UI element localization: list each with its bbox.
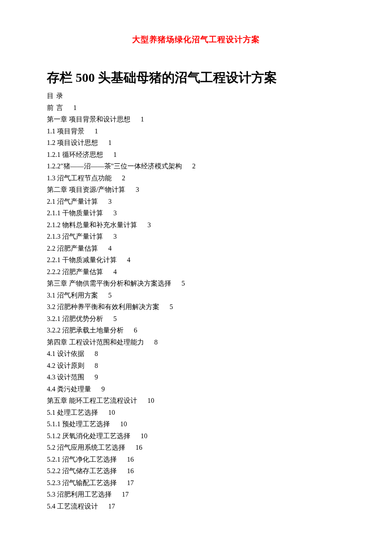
toc-entry: 3.2 沼肥种养平衡和有效利用解决方案5 [47, 301, 345, 313]
toc-entry-label: 2.1.2 物料总量和补充水量计算 [47, 221, 137, 228]
toc-entry-page: 3 [108, 198, 112, 205]
toc-entry-page: 17 [108, 503, 115, 510]
main-title: 存栏 500 头基础母猪的沼气工程设计方案 [47, 69, 345, 87]
toc-entry-label: 1.2.2"猪——沼——茶"三位一体经济模式架构 [47, 162, 182, 170]
toc-entry: 2.1.1 干物质量计算3 [47, 207, 345, 219]
toc-entry-page: 5 [170, 303, 173, 310]
toc-entry-label: 言 [56, 104, 63, 111]
toc-entry: 1.1 项目背景1 [47, 125, 345, 137]
toc-entry-page: 2 [122, 174, 125, 182]
toc-entry-label: 5.4 工艺流程设计 [47, 503, 98, 510]
toc-entry-label: 1.1 项目背景 [47, 127, 84, 135]
toc-entry-label: 2.1.3 沼气产量计算 [47, 233, 103, 240]
toc-entry-label: 2.1 沼气产量计算 [47, 198, 98, 205]
toc-entry-page: 8 [154, 338, 158, 346]
toc-entry-page: 10 [108, 409, 115, 416]
toc-entry: 5.1.1 预处理工艺选择10 [47, 418, 345, 430]
toc-heading-char-1: 目 [47, 92, 56, 99]
toc-entry-label: 3.2 沼肥种养平衡和有效利用解决方案 [47, 303, 159, 310]
toc-entry-label: 5.1.1 预处理工艺选择 [47, 420, 110, 428]
toc-entry-page: 1 [108, 139, 112, 146]
toc-entry: 5.1 处理工艺选择10 [47, 407, 345, 419]
toc-entry-page: 2 [192, 162, 196, 170]
toc-entry-page: 8 [95, 350, 98, 357]
toc-entry: 5.2.1 沼气净化工艺选择16 [47, 454, 345, 465]
toc-entry-page: 9 [101, 385, 105, 393]
page-header-title: 大型养猪场绿化沼气工程设计方案 [47, 34, 345, 45]
toc-entry: 4.3 设计范围9 [47, 371, 345, 383]
toc-entry: 3.2.1 沼肥优势分析5 [47, 313, 345, 325]
toc-entry-page: 1 [141, 116, 144, 123]
toc-entry: 第三章 产物供需平衡分析和解决方案选择5 [47, 278, 345, 289]
toc-entry-label: 2.1.1 干物质量计算 [47, 209, 103, 217]
document-page: 大型养猪场绿化沼气工程设计方案 存栏 500 头基础母猪的沼气工程设计方案 目录… [0, 0, 392, 538]
toc-entry-label: 5.2 沼气应用系统工艺选择 [47, 444, 125, 451]
toc-entry-page: 10 [141, 432, 147, 439]
toc-entry: 5.1.2 厌氧消化处理工艺选择10 [47, 430, 345, 442]
toc-entry-page: 3 [135, 186, 139, 193]
toc-entry-page: 10 [147, 397, 154, 404]
toc-entry: 5.3 沼肥利用工艺选择17 [47, 489, 345, 500]
toc-entry-label: 3.2.1 沼肥优势分析 [47, 315, 103, 322]
toc-entry: 第一章 项目背景和设计思想1 [47, 113, 345, 125]
toc-entry-page: 16 [135, 444, 142, 451]
toc-entry-page: 4 [127, 256, 130, 263]
toc-entry-label: 3.1 沼气利用方案 [47, 292, 98, 299]
toc-entry-label: 2.2.1 干物质减量化计算 [47, 256, 117, 263]
toc-entry-label: 5.2.3 沼气输配工艺选择 [47, 479, 117, 486]
toc-entry-label: 5.1 处理工艺选择 [47, 409, 98, 416]
toc-entry-label: 5.1.2 厌氧消化处理工艺选择 [47, 432, 130, 439]
toc-entry: 前言1 [47, 102, 345, 114]
toc-entry: 2.2.1 干物质减量化计算4 [47, 254, 345, 266]
toc-entry-page: 5 [113, 315, 117, 322]
toc-entry-page: 5 [108, 292, 112, 299]
toc-entry: 3.2.2 沼肥承载土地量分析6 [47, 324, 345, 336]
toc-entry-label: 1.3 沼气工程节点功能 [47, 174, 112, 182]
toc-entry-page: 3 [147, 221, 151, 228]
toc-entry-label: 4.1 设计依据 [47, 350, 84, 357]
toc-entry-page: 16 [127, 456, 134, 463]
toc-entry-page: 3 [113, 233, 117, 240]
toc-entry-label: 4.3 设计范围 [47, 373, 84, 381]
toc-entry: 2.2.2 沼肥产量估算4 [47, 266, 345, 278]
toc-entry: 1.3 沼气工程节点功能2 [47, 172, 345, 184]
toc-entry: 5.4 工艺流程设计17 [47, 500, 345, 512]
toc-entry-label: 5.2.2 沼气储存工艺选择 [47, 467, 117, 474]
toc-entry-label: 第四章 工程设计范围和处理能力 [47, 338, 144, 346]
toc-entry: 3.1 沼气利用方案5 [47, 289, 345, 301]
toc-entry: 5.2.2 沼气储存工艺选择16 [47, 465, 345, 477]
toc-entry: 4.1 设计依据8 [47, 348, 345, 360]
toc-heading-char-2: 录 [56, 92, 63, 99]
toc-heading: 目录 [47, 90, 345, 102]
toc-entry-label: 第五章 能环工程工艺流程设计 [47, 397, 137, 404]
toc-entry-page: 1 [95, 127, 98, 135]
toc-entry-page: 9 [95, 373, 98, 381]
toc-entry-page: 1 [73, 104, 77, 111]
toc-entry: 4.2 设计原则8 [47, 360, 345, 372]
toc-entry-page: 3 [113, 209, 117, 217]
toc-entry: 1.2.1 循环经济思想1 [47, 149, 345, 161]
toc-entry-label: 第一章 项目背景和设计思想 [47, 116, 130, 123]
toc-entry: 1.2.2"猪——沼——茶"三位一体经济模式架构2 [47, 160, 345, 172]
toc-entry: 4.4 粪污处理量9 [47, 383, 345, 395]
toc-entry-label: 4.2 设计原则 [47, 362, 84, 369]
toc-entry-page: 6 [134, 327, 137, 334]
toc-entry-label: 前 [47, 104, 56, 111]
toc-entry-page: 1 [113, 151, 117, 158]
toc-entry-label: 5.2.1 沼气净化工艺选择 [47, 456, 117, 463]
table-of-contents: 前言1第一章 项目背景和设计思想11.1 项目背景11.2 项目设计思想11.2… [47, 102, 345, 512]
toc-entry: 第四章 工程设计范围和处理能力8 [47, 336, 345, 348]
toc-entry: 2.1 沼气产量计算3 [47, 196, 345, 208]
toc-entry: 1.2 项目设计思想1 [47, 137, 345, 149]
toc-entry-label: 2.2.2 沼肥产量估算 [47, 268, 103, 275]
toc-entry-label: 1.2 项目设计思想 [47, 139, 98, 146]
toc-entry-label: 第二章 项目资源/产物计算 [47, 186, 125, 193]
toc-entry-label: 5.3 沼肥利用工艺选择 [47, 491, 112, 498]
toc-entry-page: 16 [127, 467, 134, 474]
toc-entry: 5.2.3 沼气输配工艺选择17 [47, 477, 345, 489]
toc-entry: 第二章 项目资源/产物计算3 [47, 184, 345, 196]
toc-entry: 2.1.3 沼气产量计算3 [47, 231, 345, 243]
toc-entry: 2.1.2 物料总量和补充水量计算3 [47, 219, 345, 231]
toc-entry-label: 4.4 粪污处理量 [47, 385, 91, 393]
toc-entry-page: 4 [113, 268, 117, 275]
